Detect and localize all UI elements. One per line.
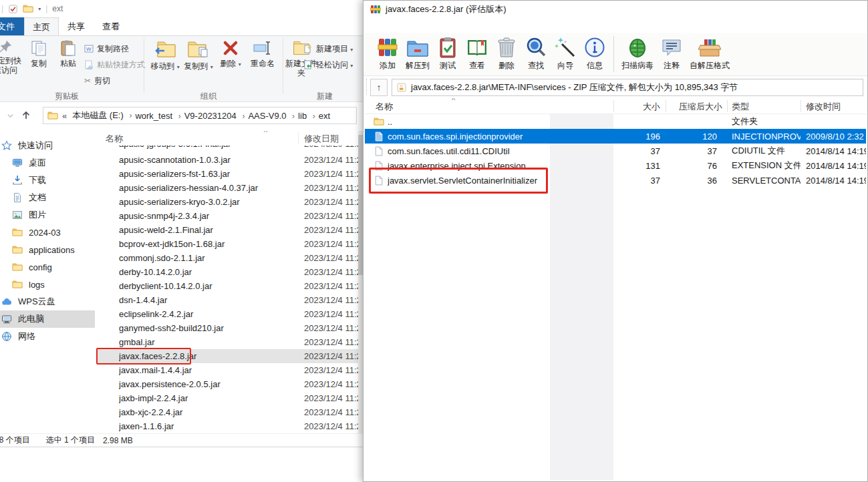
- sidebar-item[interactable]: applications: [0, 241, 95, 258]
- archive-row[interactable]: javax.enterprise.inject.spi.Extension 13…: [365, 158, 866, 173]
- entry-name: com.sun.faces.util.cdi11.CDIUtil: [388, 146, 613, 156]
- archive-row[interactable]: javax.servlet.ServletContainerInitialize…: [365, 173, 866, 188]
- file-row[interactable]: javax.mail-1.4.4.jar 2023/12/4 11:24: [97, 363, 376, 377]
- easy-access-button[interactable]: 轻松访问 ▾: [303, 58, 353, 71]
- archive-row[interactable]: com.sun.faces.spi.injectionprovider 196 …: [365, 129, 866, 144]
- address-bar[interactable]: « 本地磁盘 (E:) › work_test › V9-20231204 › …: [43, 107, 357, 124]
- up-arrow-icon[interactable]: [20, 110, 32, 121]
- sidebar-item[interactable]: 此电脑: [0, 310, 95, 328]
- delete-button[interactable]: 删除 ▾: [216, 39, 245, 89]
- file-row[interactable]: apusic-serializers-hessian-4.0.37.jar 20…: [97, 181, 376, 195]
- folder-icon: [12, 262, 23, 272]
- qat-dropdown-icon[interactable]: ▾: [38, 6, 41, 12]
- sidebar-item[interactable]: 下载: [0, 172, 95, 189]
- move-to-button[interactable]: 移动到 ▾: [150, 39, 180, 89]
- toolbar-button[interactable]: 解压到: [402, 35, 433, 73]
- menu-item[interactable]: [393, 18, 405, 33]
- paste-button[interactable]: 粘贴: [53, 39, 83, 89]
- toolbar-button[interactable]: 自解压格式: [686, 35, 733, 73]
- file-row[interactable]: eclipselink-2.4.2.jar 2023/12/4 11:24: [97, 307, 376, 321]
- file-name: apusic-serializers-hessian-4.0.37.jar: [119, 183, 304, 193]
- organize-group-label: 组织: [182, 91, 235, 102]
- file-row[interactable]: javax.persistence-2.0.5.jar 2023/12/4 11…: [97, 377, 376, 391]
- breadcrumb-segment[interactable]: lib: [297, 111, 308, 121]
- column-header-name[interactable]: 名称: [106, 133, 123, 145]
- copy-path-button[interactable]: W 复制路径: [84, 42, 129, 55]
- breadcrumb-segment[interactable]: work_test: [134, 111, 174, 121]
- toolbar-button[interactable]: 添加: [373, 35, 402, 73]
- toolbar-button[interactable]: 删除: [492, 35, 521, 73]
- pin-to-quick-access-button[interactable]: 固定到快速访问: [0, 39, 24, 89]
- file-row[interactable]: dsn-1.4.4.jar 2023/12/4 11:24: [97, 293, 376, 307]
- toolbar-button[interactable]: 信息: [580, 35, 609, 73]
- explorer-rows: apusic-jgroups-3.6.1.Final.jar 2024/3/20…: [97, 146, 376, 433]
- sidebar-item[interactable]: 图片: [0, 206, 95, 224]
- file-row[interactable]: apusic-snmp4j-2.3.4.jar 2023/12/4 11:24: [97, 209, 376, 223]
- sidebar-item[interactable]: 2024-03: [0, 224, 95, 241]
- sidebar-item-label: 快速访问: [18, 140, 53, 152]
- column-header-date[interactable]: 修改时间: [806, 101, 841, 113]
- new-item-button[interactable]: 新建项目 ▾: [303, 42, 353, 55]
- file-row[interactable]: apusic-scannotation-1.0.3.jar 2023/12/4 …: [97, 153, 376, 167]
- file-row[interactable]: bcprov-ext-jdk15on-1.68.jar 2023/12/4 11…: [97, 237, 376, 251]
- menu-item[interactable]: [405, 18, 417, 33]
- archive-row[interactable]: .. 文件夹: [365, 114, 866, 129]
- file-name: apusic-snmp4j-2.3.4.jar: [119, 211, 304, 221]
- file-row[interactable]: ganymed-ssh2-build210.jar 2023/12/4 11:2…: [97, 321, 376, 335]
- sidebar-item[interactable]: logs: [0, 276, 95, 293]
- copy-to-button[interactable]: 复制到 ▾: [183, 39, 214, 89]
- file-row[interactable]: derby-10.14.2.0.jar 2023/12/4 11:24: [97, 265, 376, 279]
- toolbar-button[interactable]: 向导: [551, 35, 580, 73]
- rename-button[interactable]: 重命名: [245, 39, 281, 89]
- archive-row[interactable]: com.sun.faces.util.cdi11.CDIUtil 37 37 C…: [365, 144, 866, 158]
- fwd-arrow-icon[interactable]: [0, 110, 1, 121]
- explorer-tab[interactable]: 文件: [0, 17, 24, 35]
- file-row[interactable]: jaxb-xjc-2.2.4.jar 2023/12/4 11:24: [97, 405, 376, 419]
- qat-check-icon[interactable]: [8, 4, 18, 14]
- file-row[interactable]: apusic-serializers-fst-1.63.jar 2023/12/…: [97, 167, 376, 181]
- menu-item[interactable]: [417, 18, 429, 33]
- column-header-size[interactable]: 大小: [613, 101, 660, 113]
- explorer-tab[interactable]: 共享: [59, 17, 94, 35]
- file-row[interactable]: javax.faces-2.2.8.jar 2023/12/4 11:24: [97, 349, 376, 363]
- toolbar-button[interactable]: 查看: [462, 35, 492, 73]
- cut-button[interactable]: ✂ 剪切: [84, 74, 110, 87]
- sidebar-item[interactable]: 快速访问: [0, 137, 95, 154]
- file-row[interactable]: jaxb-impl-2.2.4.jar 2023/12/4 11:24: [97, 391, 376, 405]
- file-row[interactable]: gmbal.jar 2023/12/4 11:24: [97, 335, 376, 349]
- explorer-tab[interactable]: 查看: [94, 17, 128, 35]
- column-header-name[interactable]: 名称: [376, 101, 393, 113]
- copy-button[interactable]: 复制: [24, 39, 53, 89]
- breadcrumb-segment[interactable]: ext: [317, 111, 331, 121]
- up-directory-button[interactable]: ↑: [370, 79, 388, 96]
- column-header-type[interactable]: 类型: [732, 101, 749, 113]
- sidebar-item[interactable]: 文档: [0, 189, 95, 206]
- breadcrumb-segment[interactable]: V9-20231204: [183, 111, 238, 121]
- sidebar-item[interactable]: 网络: [0, 328, 95, 345]
- menu-item[interactable]: [381, 18, 393, 33]
- toolbar-button[interactable]: 注释: [657, 35, 686, 73]
- toolbar-button[interactable]: 查找: [521, 35, 551, 73]
- sidebar-item[interactable]: 桌面: [0, 154, 95, 172]
- chev-down-icon[interactable]: [7, 110, 15, 121]
- file-row[interactable]: commonj.sdo-2.1.1.jar 2023/12/4 11:24: [97, 251, 376, 265]
- menu-item[interactable]: [429, 18, 441, 33]
- file-row[interactable]: apusic-jgroups-3.6.1.Final.jar 2024/3/20…: [97, 146, 376, 153]
- breadcrumb-segment[interactable]: AAS-V9.0: [247, 111, 287, 121]
- menu-item[interactable]: [369, 18, 381, 33]
- sidebar-item[interactable]: WPS云盘: [0, 293, 95, 310]
- paste-shortcut-button[interactable]: 粘贴快捷方式: [84, 58, 145, 71]
- explorer-tab[interactable]: 主页: [24, 17, 59, 35]
- column-header-date[interactable]: 修改日期: [304, 133, 339, 145]
- file-row[interactable]: apusic-weld-2.1.Final.jar 2023/12/4 11:2…: [97, 223, 376, 237]
- folder-icon[interactable]: [23, 3, 33, 14]
- sidebar-item[interactable]: config: [0, 258, 95, 276]
- file-row[interactable]: jaxen-1.1.6.jar 2023/12/4 11:24: [97, 419, 376, 433]
- column-header-packed[interactable]: 压缩后大小: [666, 101, 722, 113]
- file-row[interactable]: apusic-serializers-kryo-3.0.2.jar 2023/1…: [97, 195, 376, 209]
- archive-path-combobox[interactable]: javax.faces-2.2.8.jar\META-INF\services …: [392, 79, 863, 96]
- breadcrumb-segment[interactable]: 本地磁盘 (E:): [71, 110, 125, 120]
- toolbar-button[interactable]: 测试: [433, 35, 462, 73]
- file-row[interactable]: derbyclient-10.14.2.0.jar 2023/12/4 11:2…: [97, 279, 376, 293]
- toolbar-button[interactable]: 扫描病毒: [618, 35, 657, 73]
